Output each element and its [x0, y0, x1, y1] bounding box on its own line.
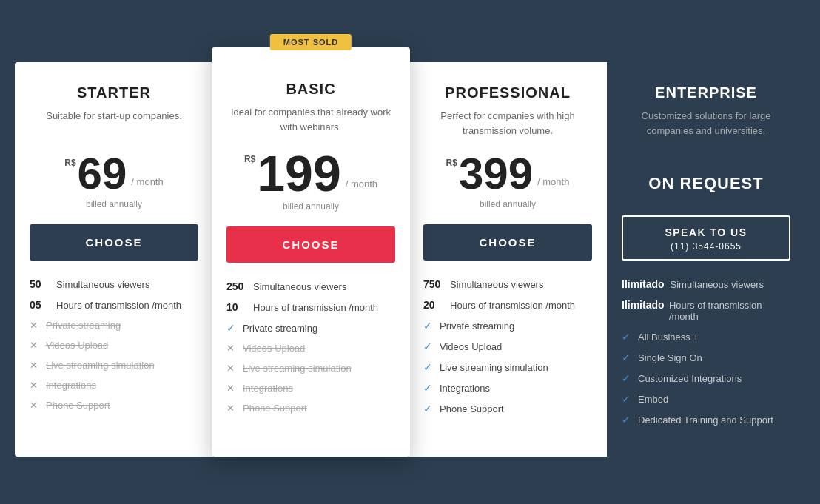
feature-text-strikethrough: Videos Upload — [46, 340, 108, 351]
feature-item: 10Hours of transmission /month — [226, 301, 395, 313]
feature-item: ✕Live streaming simulation — [30, 360, 198, 371]
feature-number: 250 — [226, 280, 247, 292]
feature-text: Private streaming — [440, 320, 514, 332]
plan-card-starter: STARTERSuitable for start-up companies. … — [15, 62, 213, 456]
feature-item: ✕Phone Support — [226, 403, 395, 414]
feature-text: Single Sign On — [638, 352, 702, 363]
feature-item: ✕Phone Support — [30, 400, 198, 411]
feature-item: 20Hours of transmission /month — [423, 299, 592, 311]
feature-text-strikethrough: Integrations — [243, 383, 293, 394]
feature-item: 750Simultaneous viewers — [423, 278, 592, 290]
feature-item: ✓Private streaming — [226, 322, 395, 334]
feature-text: Phone Support — [440, 403, 504, 414]
feature-item: ✕Integrations — [30, 380, 198, 391]
on-request-label: ON REQUEST — [648, 174, 763, 193]
feature-item: ✓Phone Support — [423, 403, 592, 414]
feature-item: ✓Single Sign On — [622, 352, 790, 363]
feature-item: 250Simultaneous viewers — [226, 280, 395, 292]
price-currency-professional: R$ — [446, 158, 457, 168]
check-icon: ✓ — [226, 322, 237, 334]
feature-text: Hours of transmission /month — [253, 302, 378, 313]
check-icon: ✓ — [622, 393, 632, 405]
feature-number: Ilimitado — [622, 299, 663, 311]
plan-description-professional: Perfect for companies with high transmis… — [423, 109, 592, 138]
feature-text: Embed — [638, 394, 668, 405]
plan-description-enterprise: Customized solutions for large companies… — [622, 109, 790, 138]
price-area-starter: R$ 69 / month — [64, 152, 163, 196]
feature-item: ✕Videos Upload — [226, 343, 395, 354]
plan-name-enterprise: ENTERPRISE — [655, 84, 757, 101]
feature-number: 05 — [30, 299, 50, 311]
price-currency-basic: R$ — [244, 154, 255, 164]
feature-number: 10 — [226, 301, 247, 313]
feature-text-strikethrough: Videos Upload — [243, 343, 305, 354]
plan-name-basic: BASIC — [286, 81, 335, 98]
feature-text: Videos Upload — [440, 341, 502, 352]
x-icon: ✕ — [226, 403, 237, 414]
feature-text-strikethrough: Integrations — [46, 380, 96, 391]
plan-name-professional: PROFESSIONAL — [445, 84, 571, 101]
billed-note-basic: billed annually — [283, 201, 339, 212]
features-list-starter: 50Simultaneous viewers05Hours of transmi… — [30, 278, 198, 420]
feature-text-strikethrough: Private streaming — [46, 320, 121, 331]
feature-item: ✕Private streaming — [30, 320, 198, 331]
x-icon: ✕ — [226, 363, 237, 374]
feature-text: Hours of transmission /month — [450, 300, 575, 311]
price-area-basic: R$ 199 / month — [244, 148, 377, 198]
price-currency-starter: R$ — [64, 158, 75, 168]
feature-text: Simultaneous viewers — [56, 279, 149, 290]
choose-button-professional[interactable]: CHOOSE — [423, 224, 592, 261]
price-amount-basic: 199 — [257, 148, 340, 198]
speak-btn-phone: (11) 3544-0655 — [623, 241, 789, 253]
plan-card-enterprise: ENTERPRISECustomized solutions for large… — [607, 62, 805, 456]
pricing-container: STARTERSuitable for start-up companies. … — [15, 47, 805, 456]
feature-text: Hours of transmission /month — [669, 300, 790, 322]
price-period-starter: / month — [128, 176, 163, 187]
x-icon: ✕ — [30, 400, 40, 411]
feature-text: Dedicated Training and Support — [638, 414, 773, 426]
feature-item: ✓Videos Upload — [423, 340, 592, 352]
x-icon: ✕ — [30, 320, 40, 331]
feature-text-strikethrough: Live streaming simulation — [46, 360, 155, 371]
feature-item: ✓Customized Integrations — [622, 372, 790, 384]
most-sold-badge: MOST SOLD — [270, 34, 352, 50]
feature-number: 750 — [423, 278, 444, 290]
price-area-professional: R$ 399 / month — [446, 152, 570, 196]
price-period-professional: / month — [534, 176, 569, 187]
feature-item: IlimitadoHours of transmission /month — [622, 299, 790, 322]
feature-item: ✓Embed — [622, 393, 790, 405]
billed-note-starter: billed annually — [86, 199, 142, 209]
feature-text: Hours of transmission /month — [56, 300, 181, 311]
x-icon: ✕ — [30, 340, 40, 351]
feature-number: 20 — [423, 299, 444, 311]
choose-button-starter[interactable]: CHOOSE — [30, 224, 198, 261]
check-icon: ✓ — [423, 361, 434, 373]
plan-description-basic: Ideal for companies that already work wi… — [226, 105, 395, 135]
feature-item: ✓Dedicated Training and Support — [622, 414, 790, 426]
check-icon: ✓ — [622, 372, 632, 384]
features-list-basic: 250Simultaneous viewers10Hours of transm… — [226, 280, 395, 423]
feature-text: Simultaneous viewers — [253, 281, 346, 292]
feature-item: ✓All Business + — [622, 331, 790, 343]
choose-button-basic[interactable]: CHOOSE — [226, 226, 395, 263]
plan-card-basic: MOST SOLDBASICIdeal for companies that a… — [212, 47, 410, 456]
features-list-professional: 750Simultaneous viewers20Hours of transm… — [423, 278, 592, 423]
feature-item: ✕Live streaming simulation — [226, 363, 395, 374]
feature-text-strikethrough: Live streaming simulation — [243, 363, 352, 374]
plan-description-starter: Suitable for start-up companies. — [46, 109, 182, 138]
feature-text: Private streaming — [243, 323, 317, 334]
feature-item: ✕Integrations — [226, 383, 395, 394]
feature-text: Live streaming simulation — [440, 362, 548, 373]
price-amount-starter: 69 — [78, 152, 127, 196]
feature-text-strikethrough: Phone Support — [243, 403, 307, 414]
feature-item: 05Hours of transmission /month — [30, 299, 198, 311]
price-period-basic: / month — [343, 178, 377, 189]
speak-to-us-button[interactable]: SPEAK TO US (11) 3544-0655 — [622, 215, 790, 260]
feature-text: Customized Integrations — [638, 373, 742, 384]
x-icon: ✕ — [226, 383, 237, 394]
check-icon: ✓ — [423, 340, 434, 352]
check-icon: ✓ — [622, 352, 632, 363]
feature-item: ✕Videos Upload — [30, 340, 198, 351]
x-icon: ✕ — [30, 380, 40, 391]
check-icon: ✓ — [423, 382, 434, 394]
